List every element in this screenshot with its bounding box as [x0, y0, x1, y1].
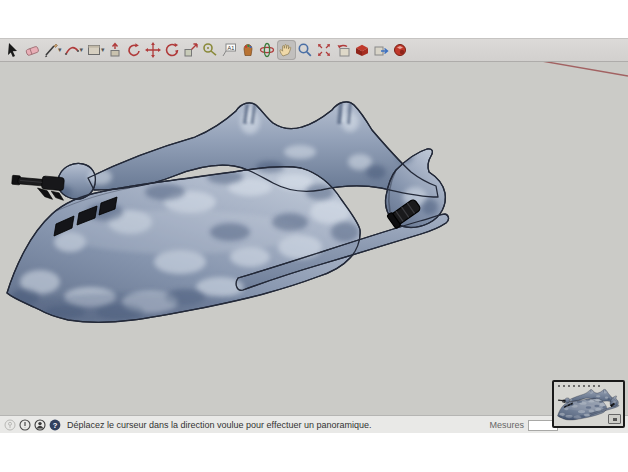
previous-view-icon	[335, 42, 351, 58]
tool-paint-bucket-button[interactable]	[239, 40, 258, 60]
dropdown-caret[interactable]: ▾	[101, 46, 105, 54]
dropdown-caret[interactable]: ▾	[58, 46, 62, 54]
red-axis-line	[530, 62, 628, 76]
tool-extension-warehouse-button[interactable]	[391, 40, 410, 60]
extension-warehouse-icon	[392, 42, 408, 58]
tool-move-button[interactable]	[144, 40, 163, 60]
line-icon	[43, 42, 59, 58]
tool-push-pull-button[interactable]	[106, 40, 125, 60]
viewport-thumbnail[interactable]	[552, 380, 625, 428]
tool-zoom-extents-button[interactable]	[315, 40, 334, 60]
tool-share-model-button[interactable]	[372, 40, 391, 60]
tool-select-button[interactable]	[3, 40, 22, 60]
model-canvas[interactable]	[0, 62, 628, 415]
help-icon[interactable]: ?	[49, 419, 61, 431]
status-bar-icons: ?	[0, 419, 61, 431]
tool-rotate-button[interactable]	[163, 40, 182, 60]
move-icon	[145, 42, 161, 58]
text-icon: A1	[221, 42, 237, 58]
thumbnail-resize-button[interactable]	[608, 414, 621, 424]
pan-icon	[278, 42, 294, 58]
paint-bucket-icon	[240, 42, 256, 58]
tool-text-button[interactable]: A1	[220, 40, 239, 60]
status-message: Déplacez le curseur dans la direction vo…	[67, 420, 372, 430]
tool-zoom-button[interactable]	[296, 40, 315, 60]
geolocation-icon[interactable]	[4, 419, 16, 431]
follow-me-icon	[126, 42, 142, 58]
tape-measure-icon	[202, 42, 218, 58]
push-pull-icon	[107, 42, 123, 58]
get-models-icon	[354, 42, 370, 58]
svg-text:?: ?	[53, 420, 58, 429]
credit-icon[interactable]	[19, 419, 31, 431]
tool-previous-view-button[interactable]	[334, 40, 353, 60]
eraser-icon	[24, 42, 40, 58]
toolbar: ▾▾▾A1	[0, 38, 628, 62]
dropdown-caret[interactable]: ▾	[80, 46, 84, 54]
zoom-extents-icon	[316, 42, 332, 58]
status-bar: ? Déplacez le curseur dans la direction …	[0, 415, 628, 433]
model-spaceship[interactable]	[7, 102, 449, 322]
share-model-icon	[373, 42, 389, 58]
orbit-icon	[259, 42, 275, 58]
app-window: ▾▾▾A1	[0, 0, 628, 472]
svg-text:A1: A1	[228, 45, 235, 51]
tool-pan-button[interactable]	[277, 40, 296, 60]
titlebar-space	[0, 0, 628, 38]
tool-orbit-button[interactable]	[258, 40, 277, 60]
sign-in-icon[interactable]	[34, 419, 46, 431]
rotate-icon	[164, 42, 180, 58]
scale-icon	[183, 42, 199, 58]
tool-scale-button[interactable]	[182, 40, 201, 60]
tool-eraser-button[interactable]	[22, 40, 41, 60]
tool-follow-me-button[interactable]	[125, 40, 144, 60]
thumbnail-toolbar-strip	[558, 385, 600, 387]
tool-get-models-button[interactable]	[353, 40, 372, 60]
select-icon	[5, 42, 21, 58]
measurements-label: Mesures	[489, 420, 524, 430]
arc-icon	[64, 42, 80, 58]
bottom-margin	[0, 433, 628, 472]
model-left-gun[interactable]	[11, 173, 66, 200]
zoom-icon	[297, 42, 313, 58]
tool-tape-measure-button[interactable]	[201, 40, 220, 60]
rectangle-icon	[86, 42, 102, 58]
